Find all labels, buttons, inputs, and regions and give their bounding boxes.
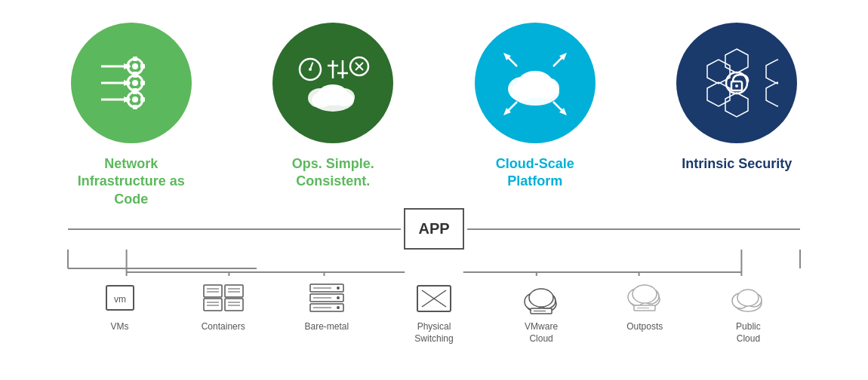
icon-public-cloud: PublicCloud [710, 279, 786, 345]
icon-vmware-cloud: VMwareCloud [503, 279, 579, 345]
app-box: APP [404, 208, 464, 250]
svg-rect-75 [204, 285, 222, 297]
svg-point-52 [735, 84, 738, 87]
svg-rect-78 [225, 299, 243, 311]
outposts-label: Outposts [626, 321, 663, 333]
pillar-intrinsic-security-label: Intrinsic Security [682, 155, 792, 173]
architecture-diagram: APP [30, 208, 838, 345]
pillar-intrinsic-security: Intrinsic Security [650, 23, 823, 173]
pillar-network-infra: NetworkInfrastructure asCode [45, 23, 218, 208]
pillar-ops-simple-label: Ops. Simple.Consistent. [292, 155, 374, 191]
vmware-cloud-label: VMwareCloud [525, 321, 558, 345]
circle-intrinsic-security [676, 23, 797, 143]
app-label: APP [418, 220, 449, 238]
svg-point-1 [132, 63, 138, 69]
icon-physical-switching: PhysicalSwitching [392, 279, 476, 345]
connector-lines [68, 250, 800, 276]
svg-rect-8 [133, 73, 137, 78]
svg-marker-56 [766, 60, 778, 84]
icon-vms: vm VMs [82, 279, 158, 333]
svg-marker-54 [725, 93, 748, 117]
svg-marker-57 [707, 82, 730, 106]
svg-rect-2 [133, 57, 137, 61]
svg-rect-14 [133, 90, 137, 94]
circle-cloud-scale [475, 23, 596, 143]
svg-marker-53 [725, 49, 748, 73]
svg-marker-58 [766, 82, 778, 106]
vms-icon: vm [97, 279, 143, 317]
bare-metal-label: Bare-metal [305, 321, 349, 333]
circle-network-infra [71, 23, 192, 143]
svg-text:vm: vm [114, 294, 126, 305]
icon-outposts: Outposts [607, 279, 682, 333]
vms-label: VMs [111, 321, 129, 333]
svg-rect-76 [204, 299, 222, 311]
svg-point-26 [309, 68, 312, 71]
svg-rect-77 [225, 285, 243, 297]
bare-metal-icon [304, 279, 349, 317]
svg-point-102 [529, 289, 553, 307]
svg-point-114 [737, 290, 759, 306]
svg-point-41 [517, 71, 553, 98]
svg-marker-55 [707, 60, 730, 84]
public-cloud-label: PublicCloud [736, 321, 761, 345]
main-container: NetworkInfrastructure asCode [0, 0, 868, 380]
physical-switching-label: PhysicalSwitching [414, 321, 453, 345]
svg-point-95 [337, 306, 340, 309]
containers-icon [201, 279, 246, 317]
svg-point-13 [132, 97, 138, 103]
pillar-ops-simple: Ops. Simple.Consistent. [246, 23, 420, 191]
outposts-icon [622, 279, 667, 317]
icon-bare-metal: Bare-metal [289, 279, 365, 333]
svg-point-108 [633, 285, 657, 303]
icon-containers: Containers [186, 279, 261, 333]
pillar-cloud-scale: Cloud-ScalePlatform [448, 23, 622, 191]
svg-point-37 [318, 84, 348, 106]
pillar-network-infra-label: NetworkInfrastructure asCode [78, 155, 185, 208]
containers-label: Containers [202, 321, 245, 333]
svg-rect-15 [133, 105, 137, 109]
svg-rect-11 [140, 81, 145, 85]
svg-rect-17 [140, 97, 145, 102]
pillar-cloud-scale-label: Cloud-ScalePlatform [496, 155, 574, 191]
svg-point-93 [337, 287, 340, 290]
svg-point-94 [337, 296, 340, 299]
public-cloud-icon [725, 279, 771, 317]
physical-switching-icon [411, 279, 457, 317]
svg-rect-5 [140, 64, 145, 69]
circle-ops-simple [272, 23, 393, 143]
svg-point-7 [132, 80, 138, 86]
pillars-section: NetworkInfrastructure asCode [30, 15, 838, 208]
vmware-cloud-icon [519, 279, 564, 317]
